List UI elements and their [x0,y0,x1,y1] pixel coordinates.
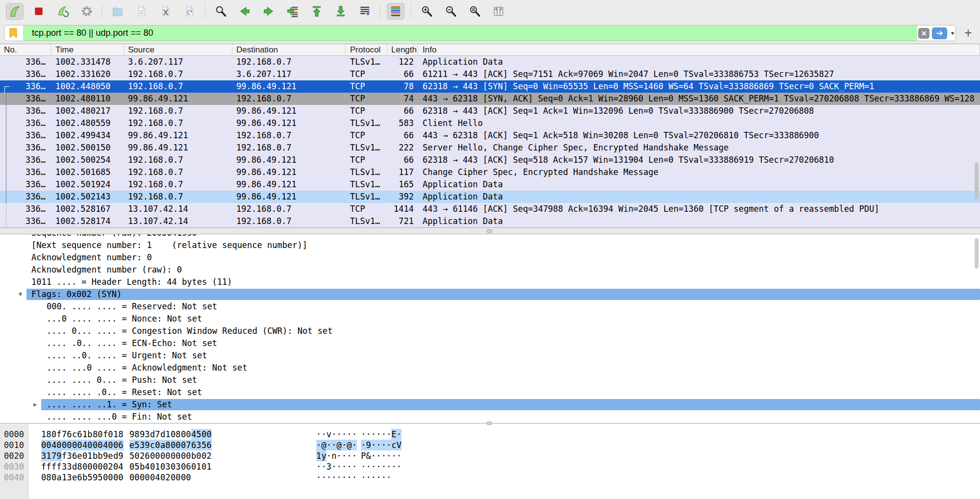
go-first-packet-button[interactable] [308,3,326,20]
column-header-source[interactable]: Source [124,44,232,56]
capture-options-button[interactable] [78,3,96,20]
hex-row[interactable]: 00203179f36e01bb9ed9502600000000b0021y·n… [0,450,980,461]
conversation-line-dashed [6,215,6,227]
filter-dropdown-caret[interactable]: ▾ [949,27,956,39]
detail-line[interactable]: .... .... .0.. = Reset: Not set [0,386,980,399]
column-header-info[interactable]: Info [418,44,980,56]
cell-info: Change Cipher Spec, Encrypted Handshake … [418,166,980,178]
cell-no: 336… [0,93,51,105]
packet-row[interactable]: 336…1002.502143192.168.0.799.86.49.121TL… [0,191,980,203]
add-filter-button[interactable]: + [960,24,977,42]
details-scrollbar[interactable] [975,238,979,269]
column-header-length[interactable]: Length [387,44,418,56]
restart-capture-button[interactable] [54,3,72,20]
packet-row[interactable]: 336…1002.331620192.168.0.73.6.207.117TCP… [0,68,980,80]
conversation-line [6,191,6,203]
cell-protocol: TCP [346,68,387,80]
packet-row[interactable]: 336…1002.480559192.168.0.799.86.49.121TL… [0,117,980,129]
column-header-no[interactable]: No. [0,44,51,56]
packet-row[interactable]: 336…1002.448050192.168.0.799.86.49.121TC… [0,80,980,93]
zoom-reset-button[interactable] [466,3,483,20]
packet-row[interactable]: 336…1002.48011099.86.49.121192.168.0.7TC… [0,93,980,105]
hex-row[interactable]: 00100040000040004006e539c0a800076356·@··… [0,440,980,450]
column-header-protocol[interactable]: Protocol [346,44,387,56]
detail-line[interactable]: Acknowledgment number (raw): 0 [0,264,980,276]
detail-line[interactable]: 000. .... .... = Reserved: Not set [0,300,980,313]
detail-line[interactable]: .... ...0 .... = Acknowledgment: Not set [0,362,980,374]
cell-source: 192.168.0.7 [124,80,232,93]
save-document-icon [135,5,148,18]
cell-time: 1002.501924 [51,178,124,191]
packet-row[interactable]: 336…1002.50015099.86.49.121192.168.0.7TL… [0,142,980,154]
detail-line[interactable]: Acknowledgment number: 0 [0,251,980,264]
reload-file-button[interactable] [181,3,199,20]
close-file-button[interactable] [157,3,175,20]
cell-protocol: TCP [346,203,387,215]
packet-row[interactable]: 336…1002.500254192.168.0.799.86.49.121TC… [0,154,980,166]
cell-protocol: TCP [346,154,387,166]
detail-line[interactable]: .... ..0. .... = Urgent: Not set [0,349,980,362]
column-header-time[interactable]: Time [51,44,124,56]
zoom-out-button[interactable] [442,3,459,20]
packet-row[interactable]: 336…1002.501924192.168.0.799.86.49.121TL… [0,178,980,191]
packet-row[interactable]: 336…1002.501685192.168.0.799.86.49.121TL… [0,166,980,178]
detail-line[interactable]: [Next sequence number: 1 (relative seque… [0,239,980,251]
zoom-in-button[interactable] [418,3,435,20]
splitter-grip-icon[interactable] [486,422,492,425]
packet-list-scrollbar[interactable] [975,163,979,199]
go-back-button[interactable] [236,3,253,20]
hex-row[interactable]: 0000180f76c61b80f0189893d7d108004500··v·… [0,429,980,440]
resize-columns-button[interactable] [490,3,507,20]
toolbar-separator [102,4,102,19]
cell-destination: 99.86.49.121 [232,178,346,191]
go-to-packet-button[interactable] [284,3,302,20]
cell-length: 222 [387,142,418,154]
open-file-button[interactable] [109,3,126,20]
packet-row[interactable]: 336…1002.3314783.6.207.117192.168.0.7TLS… [0,56,980,68]
conversation-line [6,178,6,191]
zoom-out-icon [444,5,457,18]
start-capture-button[interactable] [6,3,24,20]
go-last-packet-button[interactable] [332,3,350,20]
packet-row[interactable]: 336…1002.49943499.86.49.121192.168.0.7TC… [0,129,980,142]
go-to-packet-icon [286,5,299,18]
pane-splitter[interactable] [0,227,980,234]
hex-bytes: 3179f36e01bb9ed9502600000000b002 [41,450,212,461]
arrow-left-icon [238,5,251,18]
detail-line[interactable]: .... 0... .... = Congestion Window Reduc… [0,325,980,337]
arrow-down-bar-icon [334,5,347,18]
detail-line[interactable]: 1011 .... = Header Length: 44 bytes (11) [0,276,980,288]
packet-row[interactable]: 336…1002.52817413.107.42.14192.168.0.7TL… [0,215,980,227]
detail-line[interactable]: ▼Flags: 0x002 (SYN) [0,288,980,300]
filter-apply-button[interactable]: ➔ [932,27,947,39]
detail-line[interactable]: Sequence number (raw): 2005041990 [0,234,980,239]
cell-time: 1002.528167 [51,203,124,215]
cell-info: 443 → 61146 [ACK] Seq=347988 Ack=16394 W… [418,203,980,215]
find-packet-button[interactable] [212,3,229,20]
reload-document-icon [183,5,196,18]
display-filter-input[interactable]: tcp.port == 80 || udp.port == 80 ✕ ➔ ▾ [4,25,956,41]
colorize-packets-button[interactable] [387,3,404,20]
bookmark-icon[interactable] [9,28,17,38]
detail-line[interactable]: .... .0.. .... = ECN-Echo: Not set [0,337,980,349]
splitter-grip-icon[interactable] [486,229,492,233]
stop-capture-button[interactable] [30,3,48,20]
filter-clear-button[interactable]: ✕ [918,28,930,39]
detail-line[interactable]: .... .... 0... = Push: Not set [0,374,980,386]
packet-row[interactable]: 336…1002.52816713.107.42.14192.168.0.7TC… [0,203,980,215]
hex-row[interactable]: 0030ffff33d80000020405b4010303060101··3·… [0,461,980,472]
go-forward-button[interactable] [260,3,277,20]
detail-line[interactable]: ▶.... .... ..1. = Syn: Set [0,399,980,411]
detail-line[interactable]: ...0 .... .... = Nonce: Not set [0,313,980,325]
cell-no: 336… [0,105,51,117]
expanded-triangle-icon[interactable]: ▼ [19,288,22,300]
save-file-button[interactable] [133,3,151,20]
cell-no: 336… [0,142,51,154]
filter-expression[interactable]: tcp.port == 80 || udp.port == 80 [32,25,153,41]
auto-scroll-button[interactable] [356,3,374,20]
packet-row[interactable]: 336…1002.480217192.168.0.799.86.49.121TC… [0,105,980,117]
hex-row[interactable]: 0040080a13e6b5950000000004020000········… [0,472,980,483]
column-header-destination[interactable]: Destination [232,44,346,56]
collapsed-triangle-icon[interactable]: ▶ [33,399,37,411]
cell-protocol: TCP [346,80,387,93]
